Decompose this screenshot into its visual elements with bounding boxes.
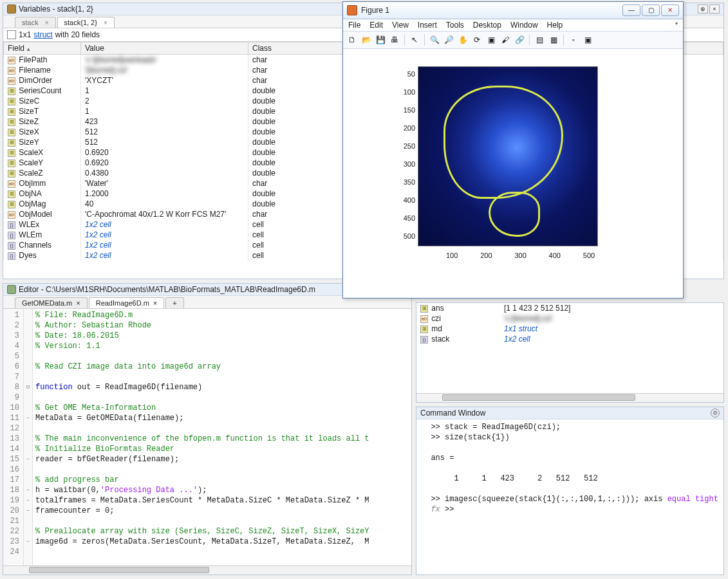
num-type-icon: ⊞ — [8, 87, 15, 95]
figure-xtick: 300 — [511, 252, 530, 259]
figure-title: Figure 1 — [361, 6, 619, 15]
editor-h-scrollbar[interactable] — [3, 565, 411, 574]
num-type-icon: ⊞ — [8, 129, 15, 136]
figure-menu-file[interactable]: File — [348, 21, 360, 30]
figure-ytick: 50 — [396, 70, 415, 78]
matlab-app-icon — [347, 5, 357, 15]
open-icon[interactable]: 📂 — [360, 33, 373, 46]
num-type-icon: ⊞ — [8, 108, 15, 116]
abc-type-icon: ab — [420, 315, 428, 323]
figure-menu-help[interactable]: Help — [547, 21, 563, 30]
num-type-icon: ⊞ — [8, 201, 15, 208]
num-type-icon: ⊞ — [8, 170, 15, 178]
variables-tab[interactable]: stack{1, 2}× — [57, 17, 115, 28]
figure-menubar: FileEditViewInsertToolsDesktopWindowHelp… — [343, 19, 683, 32]
figure-xtick: 200 — [476, 252, 496, 259]
abc-type-icon: ab — [8, 180, 15, 188]
figure-menu-view[interactable]: View — [392, 21, 409, 30]
show-tools-icon[interactable]: ▣ — [581, 33, 594, 46]
figure-ytick: 100 — [396, 88, 415, 96]
link-icon[interactable]: 🔗 — [513, 33, 526, 46]
variables-tab[interactable]: stack× — [15, 17, 56, 28]
cell-type-icon: {} — [420, 336, 428, 344]
num-type-icon: ⊞ — [8, 190, 15, 198]
command-window-body[interactable]: >> stack = ReadImage6D(czi); >> size(sta… — [416, 419, 723, 574]
minimize-button[interactable]: — — [622, 5, 640, 16]
zoom-in-icon[interactable]: 🔍 — [428, 33, 441, 46]
menu-dropdown-icon[interactable]: ▾ — [675, 21, 678, 30]
code-area[interactable]: 123456789101112131415161718192021222324 … — [3, 309, 411, 565]
pointer-icon[interactable]: ↖ — [408, 33, 421, 46]
workspace-row[interactable]: ⊞ md1x1 struct — [416, 324, 723, 334]
struct-icon — [7, 30, 16, 39]
brush-icon[interactable]: 🖌 — [499, 33, 512, 46]
num-type-icon: ⊞ — [420, 326, 428, 333]
legend-icon[interactable]: ▦ — [547, 33, 560, 46]
command-window-options-icon[interactable]: ⚙ — [711, 409, 720, 418]
pan-icon[interactable]: ✋ — [456, 33, 469, 46]
figure-ytick: 350 — [396, 178, 415, 186]
editor-title: Editor - C:\Users\M1SRH\Documents\MATLAB… — [19, 285, 315, 294]
figure-ytick: 150 — [396, 106, 415, 114]
new-tab-button[interactable]: + — [165, 297, 183, 308]
figure-menu-tools[interactable]: Tools — [446, 21, 464, 30]
cell-type-icon: {} — [8, 252, 15, 260]
figure-xtick: 500 — [579, 252, 599, 259]
workspace-row[interactable]: ab czi'c:[blurred].czi' — [416, 313, 723, 324]
figure-toolbar: 🗋📂💾🖶↖🔍🔎✋⟳▣🖌🔗▤▦▫▣ — [343, 32, 683, 49]
dock-button[interactable]: ⊕ — [698, 5, 708, 14]
struct-link[interactable]: struct — [33, 30, 52, 39]
figure-ytick: 200 — [396, 124, 415, 132]
figure-menu-desktop[interactable]: Desktop — [473, 21, 501, 30]
figure-menu-window[interactable]: Window — [510, 21, 538, 30]
workspace-h-scrollbar[interactable] — [416, 393, 723, 402]
num-type-icon: ⊞ — [8, 98, 15, 106]
num-type-icon: ⊞ — [8, 160, 15, 167]
maximize-button[interactable]: ▢ — [642, 5, 660, 16]
num-type-icon: ⊞ — [8, 149, 15, 157]
editor-tab[interactable]: GetOMEData.m× — [15, 297, 88, 308]
figure-title-bar[interactable]: Figure 1 — ▢ ✕ — [343, 2, 683, 19]
save-icon[interactable]: 💾 — [374, 33, 387, 46]
colorbar-icon[interactable]: ▤ — [533, 33, 546, 46]
col-field[interactable]: Field — [4, 42, 81, 55]
workspace-table: ⊞ ans[1 1 423 2 512 512]ab czi'c:[blurre… — [416, 303, 723, 344]
figure-ytick: 500 — [396, 232, 415, 240]
variables-icon — [7, 5, 16, 14]
cell-type-icon: {} — [8, 221, 15, 229]
workspace-row[interactable]: ⊞ ans[1 1 423 2 512 512] — [416, 303, 723, 313]
close-button[interactable]: ✕ — [661, 5, 679, 16]
figure-image[interactable] — [418, 66, 598, 246]
editor-panel: Editor - C:\Users\M1SRH\Documents\MATLAB… — [3, 283, 412, 575]
editor-tab[interactable]: ReadImage6D.m× — [89, 297, 165, 308]
command-window-panel: Command Window ⚙ >> stack = ReadImage6D(… — [416, 407, 724, 575]
workspace-row[interactable]: {} stack1x2 cell — [416, 334, 723, 344]
zoom-out-icon[interactable]: 🔎 — [442, 33, 455, 46]
rotate3d-icon[interactable]: ⟳ — [471, 33, 483, 46]
datacursor-icon[interactable]: ▣ — [485, 33, 498, 46]
workspace-panel: ⊞ ans[1 1 423 2 512 512]ab czi'c:[blurre… — [416, 302, 724, 403]
command-window-header: Command Window ⚙ — [416, 407, 723, 419]
tab-close-icon[interactable]: × — [153, 299, 157, 307]
close-panel-button[interactable]: × — [709, 5, 720, 14]
figure-ytick: 400 — [396, 196, 415, 204]
figure-ytick: 450 — [396, 214, 415, 222]
variables-title: Variables - stack{1, 2} — [19, 5, 93, 14]
figure-window: Figure 1 — ▢ ✕ FileEditViewInsertToolsDe… — [342, 1, 684, 299]
print-icon[interactable]: 🖶 — [388, 33, 401, 46]
cell-type-icon: {} — [8, 242, 15, 250]
new-figure-icon[interactable]: 🗋 — [346, 33, 359, 46]
abc-type-icon: ab — [8, 77, 15, 85]
editor-icon — [7, 285, 16, 294]
figure-menu-edit[interactable]: Edit — [369, 21, 383, 30]
figure-menu-insert[interactable]: Insert — [418, 21, 437, 30]
col-value[interactable]: Value — [81, 42, 248, 55]
tab-close-icon[interactable]: × — [76, 299, 80, 307]
abc-type-icon: ab — [8, 57, 15, 64]
tab-close-icon[interactable]: × — [104, 19, 107, 26]
figure-axes[interactable]: 50100150200250300350400450500 1002003004… — [395, 64, 665, 282]
figure-ytick: 250 — [396, 142, 415, 150]
tab-close-icon[interactable]: × — [45, 19, 49, 26]
hide-tools-icon[interactable]: ▫ — [567, 33, 580, 46]
figure-ytick: 300 — [396, 160, 415, 168]
